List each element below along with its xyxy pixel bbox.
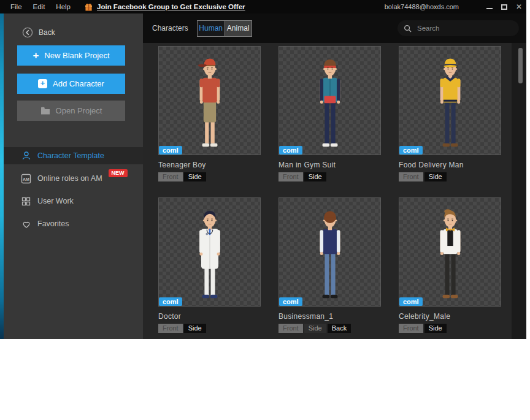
new-blank-project-button[interactable]: + New Blank Project xyxy=(17,45,125,66)
menu-help[interactable]: Help xyxy=(50,3,76,10)
plus-icon: + xyxy=(33,50,39,61)
back-arrow-icon xyxy=(22,27,33,38)
character-figure xyxy=(176,48,244,154)
card-view-buttons: FrontSideBack xyxy=(278,324,381,333)
card-view-buttons: FrontSide xyxy=(399,172,501,181)
view-button-side[interactable]: Side xyxy=(184,172,206,181)
view-button-front[interactable]: Front xyxy=(158,172,183,181)
card-badge: comI xyxy=(399,297,423,306)
character-thumbnail[interactable]: comI xyxy=(278,46,381,155)
character-figure xyxy=(417,200,484,305)
character-card: comI Doctor FrontSide xyxy=(158,197,261,333)
tab-human[interactable]: Human xyxy=(198,21,225,36)
card-badge: comI xyxy=(159,297,182,306)
character-panel: comI Teenager Boy FrontSide comI Man in … xyxy=(143,43,526,339)
sidebar: Back + New Blank Project + Add Character xyxy=(4,13,143,339)
nav-label: User Work xyxy=(37,197,74,205)
main-area: Characters Human Animal xyxy=(143,13,526,339)
character-thumbnail[interactable]: comI xyxy=(399,197,501,307)
card-view-buttons: FrontSide xyxy=(158,324,261,333)
menu-file[interactable]: File xyxy=(0,3,28,10)
account-email: bolak74488@hoxds.com xyxy=(385,3,459,10)
app-window: File Edit Help Join Facebook Group to Ge… xyxy=(0,0,526,339)
category-tabs: Human Animal xyxy=(197,20,252,37)
nav-label: Online roles on AM xyxy=(37,174,102,183)
sidebar-item-online-roles[interactable]: AM Online roles on AM NEW xyxy=(4,170,143,187)
view-button-side[interactable]: Side xyxy=(304,172,326,181)
sidebar-item-user-work[interactable]: User Work xyxy=(4,193,143,210)
svg-text:AM: AM xyxy=(23,177,29,181)
sidebar-nav: Character Template AM Online roles on AM… xyxy=(4,147,143,238)
sidebar-item-character-template[interactable]: Character Template xyxy=(4,147,143,164)
character-thumbnail[interactable]: comI xyxy=(158,46,261,155)
view-button-front[interactable]: Front xyxy=(278,324,303,333)
character-thumbnail[interactable]: comI xyxy=(399,46,501,155)
minimize-button[interactable] xyxy=(482,0,497,13)
tab-animal[interactable]: Animal xyxy=(225,21,252,36)
main-header: Characters Human Animal xyxy=(143,13,526,43)
back-button[interactable]: Back xyxy=(22,27,143,38)
card-badge: comI xyxy=(279,297,302,306)
open-project-label: Open Project xyxy=(56,106,102,115)
folder-icon xyxy=(40,107,50,115)
card-title: Celebrity_Male xyxy=(399,312,501,321)
nav-label: Character Template xyxy=(37,151,104,160)
gift-icon xyxy=(85,3,93,11)
view-button-side[interactable]: Side xyxy=(424,324,447,333)
character-figure xyxy=(176,200,244,305)
card-title: Businessman_1 xyxy=(278,312,381,321)
maximize-button[interactable] xyxy=(497,0,512,13)
screen: File Edit Help Join Facebook Group to Ge… xyxy=(0,0,530,420)
heart-icon xyxy=(21,219,31,229)
view-button-side[interactable]: Side xyxy=(424,172,447,181)
view-button-front[interactable]: Front xyxy=(399,172,423,181)
search-input[interactable] xyxy=(417,25,509,32)
maximize-icon xyxy=(501,4,507,10)
view-button-side[interactable]: Side xyxy=(184,324,206,333)
add-square-icon: + xyxy=(38,79,47,88)
character-thumbnail[interactable]: comI xyxy=(278,197,381,307)
sidebar-item-favorites[interactable]: Favorites xyxy=(4,215,143,232)
card-view-buttons: FrontSide xyxy=(278,172,381,181)
scrollbar-thumb[interactable] xyxy=(518,48,523,83)
add-character-button[interactable]: + Add Character xyxy=(17,74,125,94)
minimize-icon xyxy=(486,8,493,9)
open-project-button[interactable]: Open Project xyxy=(17,101,125,121)
card-view-buttons: FrontSide xyxy=(158,172,261,181)
character-card: comI Man in Gym Suit FrontSide xyxy=(278,46,381,181)
search-icon xyxy=(404,25,412,32)
view-button-front[interactable]: Front xyxy=(399,324,423,333)
character-card: comI Teenager Boy FrontSide xyxy=(158,46,261,181)
view-button-front[interactable]: Front xyxy=(158,324,183,333)
card-view-buttons: FrontSide xyxy=(399,324,501,333)
card-badge: comI xyxy=(279,146,302,155)
close-icon: ✕ xyxy=(516,3,522,10)
add-character-label: Add Character xyxy=(53,79,104,88)
grid-icon xyxy=(21,196,31,207)
character-card: comI Food Delivery Man FrontSide xyxy=(399,46,501,181)
new-badge: NEW xyxy=(109,169,128,177)
view-button-side[interactable]: Side xyxy=(304,324,326,333)
character-grid: comI Teenager Boy FrontSide comI Man in … xyxy=(158,46,501,333)
character-card: comI Celebrity_Male FrontSide xyxy=(399,197,501,333)
person-icon xyxy=(21,151,31,161)
facebook-promo-link[interactable]: Join Facebook Group to Get Exclusive Off… xyxy=(97,3,245,10)
close-button[interactable]: ✕ xyxy=(512,0,526,13)
view-button-back[interactable]: Back xyxy=(328,324,351,333)
character-figure xyxy=(417,48,484,154)
nav-label: Favorites xyxy=(37,220,69,228)
card-badge: comI xyxy=(159,146,182,155)
card-title: Teenager Boy xyxy=(158,161,261,169)
card-badge: comI xyxy=(399,146,423,155)
search-box[interactable] xyxy=(398,20,519,36)
card-title: Man in Gym Suit xyxy=(278,161,381,169)
am-icon: AM xyxy=(21,174,31,184)
new-blank-project-label: New Blank Project xyxy=(44,51,109,60)
card-title: Doctor xyxy=(158,312,261,321)
view-button-front[interactable]: Front xyxy=(278,172,303,181)
menu-edit[interactable]: Edit xyxy=(28,3,51,10)
back-label: Back xyxy=(39,28,55,37)
characters-label: Characters xyxy=(152,24,188,32)
character-thumbnail[interactable]: comI xyxy=(158,197,261,307)
character-card: comI Businessman_1 FrontSideBack xyxy=(278,197,381,333)
